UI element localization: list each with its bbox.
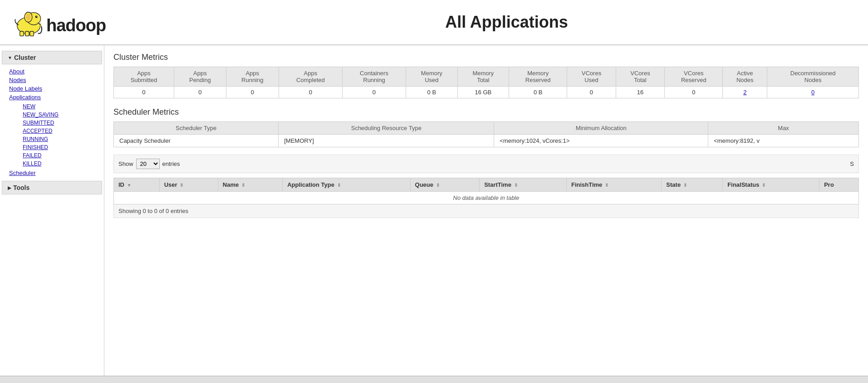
col-final-status[interactable]: FinalStatus ⇕ — [723, 178, 819, 192]
scheduler-metrics-table: Scheduler Type Scheduling Resource Type … — [113, 121, 859, 147]
sort-icon-start-time: ⇕ — [514, 183, 518, 188]
sidebar-link-new[interactable]: NEW — [23, 102, 81, 111]
col-name[interactable]: Name ⇕ — [218, 178, 282, 192]
val-scheduler-type: Capacity Scheduler — [114, 135, 279, 147]
col-memory-reserved: MemoryReserved — [509, 67, 567, 87]
col-memory-used: MemoryUsed — [406, 67, 458, 87]
sidebar-link-failed[interactable]: FAILED — [23, 151, 81, 160]
col-finish-time[interactable]: FinishTime ⇕ — [566, 178, 661, 192]
col-minimum-allocation: Minimum Allocation — [494, 122, 708, 135]
svg-text:hadoop: hadoop — [46, 16, 106, 35]
bottom-scrollbar[interactable] — [0, 376, 868, 383]
sidebar-link-killed[interactable]: KILLED — [23, 160, 81, 168]
sort-icon-final-status: ⇕ — [762, 183, 765, 188]
col-id[interactable]: ID ▼ — [114, 178, 160, 192]
val-max-allocation: <memory:8192, v — [708, 135, 859, 147]
showing-text: Showing 0 to 0 of 0 entries — [113, 204, 859, 218]
svg-point-3 — [36, 16, 37, 17]
val-apps-completed: 0 — [279, 87, 342, 98]
sidebar-link-about[interactable]: About — [9, 67, 95, 76]
sidebar-link-finished[interactable]: FINISHED — [23, 143, 81, 151]
page-title-area: All Applications — [154, 13, 859, 32]
cluster-metrics-table: AppsSubmitted AppsPending AppsRunning Ap… — [113, 67, 859, 98]
sidebar-link-applications[interactable]: Applications — [9, 93, 95, 102]
col-start-time[interactable]: StartTime ⇕ — [480, 178, 567, 192]
applications-table: ID ▼ User ⇕ Name ⇕ Application Type ⇕ Qu… — [113, 178, 859, 204]
col-scheduler-type: Scheduler Type — [114, 122, 279, 135]
cluster-metrics-title: Cluster Metrics — [113, 53, 859, 62]
sidebar-link-submitted[interactable]: SUBMITTED — [23, 119, 81, 127]
svg-point-2 — [35, 15, 38, 18]
col-state[interactable]: State ⇕ — [662, 178, 723, 192]
search-label: S — [850, 160, 854, 167]
col-apps-submitted: AppsSubmitted — [114, 67, 174, 87]
val-memory-total: 16 GB — [457, 87, 509, 98]
col-pro[interactable]: Pro — [819, 178, 859, 192]
val-active-nodes: 2 — [723, 87, 767, 98]
cluster-metrics-data-row: 0 0 0 0 0 0 B 16 GB 0 B 0 16 0 2 0 — [114, 87, 859, 98]
sort-icon-name: ⇕ — [241, 183, 245, 188]
main-layout: ▼ Cluster About Nodes Node Labels Applic… — [0, 45, 868, 383]
val-memory-used: 0 B — [406, 87, 458, 98]
cluster-arrow: ▼ — [8, 55, 12, 60]
val-vcores-reserved: 0 — [665, 87, 723, 98]
col-user[interactable]: User ⇕ — [159, 178, 218, 192]
entries-select[interactable]: 10 20 50 100 — [136, 159, 160, 169]
val-vcores-total: 16 — [616, 87, 665, 98]
decommissioned-nodes-link[interactable]: 0 — [811, 89, 814, 96]
sidebar-tools-label: Tools — [13, 184, 29, 191]
search-area: S — [850, 160, 854, 167]
col-active-nodes: ActiveNodes — [723, 67, 767, 87]
col-scheduling-resource-type: Scheduling Resource Type — [279, 122, 494, 135]
col-vcores-used: VCoresUsed — [567, 67, 616, 87]
sidebar-link-new-saving[interactable]: NEW_SAVING — [23, 111, 81, 119]
col-apps-running: AppsRunning — [226, 67, 279, 87]
sidebar-tools-section: ▶ Tools — [0, 181, 104, 194]
no-data-row: No data available in table — [114, 192, 859, 204]
sort-icon-finish-time: ⇕ — [605, 183, 608, 188]
val-apps-pending: 0 — [174, 87, 226, 98]
svg-rect-6 — [20, 31, 24, 36]
sidebar-link-node-labels[interactable]: Node Labels — [9, 84, 95, 93]
val-vcores-used: 0 — [567, 87, 616, 98]
logo-area: hadoop — [9, 4, 154, 40]
sort-icon-id: ▼ — [127, 183, 132, 188]
no-data-cell: No data available in table — [114, 192, 859, 204]
val-apps-submitted: 0 — [114, 87, 174, 98]
page-title: All Applications — [154, 13, 859, 32]
col-max-allocation: Max — [708, 122, 859, 135]
sidebar-link-nodes[interactable]: Nodes — [9, 76, 95, 84]
sidebar-link-accepted[interactable]: ACCEPTED — [23, 127, 81, 135]
val-apps-running: 0 — [226, 87, 279, 98]
col-memory-total: MemoryTotal — [457, 67, 509, 87]
sidebar-tools-header[interactable]: ▶ Tools — [2, 181, 102, 194]
col-application-type[interactable]: Application Type ⇕ — [283, 178, 410, 192]
sidebar-sub-links: NEW NEW_SAVING SUBMITTED ACCEPTED RUNNIN… — [9, 102, 95, 169]
scheduler-metrics-data-row: Capacity Scheduler [MEMORY] <memory:1024… — [114, 135, 859, 147]
col-apps-completed: AppsCompleted — [279, 67, 342, 87]
show-entries-row: Show 10 20 50 100 entries S — [113, 155, 859, 173]
apps-table-header-row: ID ▼ User ⇕ Name ⇕ Application Type ⇕ Qu… — [114, 178, 859, 192]
val-minimum-allocation: <memory:1024, vCores:1> — [494, 135, 708, 147]
col-vcores-total: VCoresTotal — [616, 67, 665, 87]
show-label: Show — [118, 160, 133, 167]
sort-icon-queue: ⇕ — [436, 183, 440, 188]
hadoop-logo: hadoop — [9, 4, 145, 40]
cluster-metrics-header-row: AppsSubmitted AppsPending AppsRunning Ap… — [114, 67, 859, 87]
sidebar-link-running[interactable]: RUNNING — [23, 135, 81, 143]
sidebar-cluster-header[interactable]: ▼ Cluster — [2, 51, 102, 64]
col-containers-running: ContainersRunning — [342, 67, 406, 87]
sidebar-link-scheduler[interactable]: Scheduler — [9, 169, 95, 177]
sidebar: ▼ Cluster About Nodes Node Labels Applic… — [0, 45, 104, 383]
tools-arrow: ▶ — [8, 185, 11, 190]
svg-rect-7 — [25, 31, 29, 36]
sort-icon-user: ⇕ — [180, 183, 183, 188]
sort-icon-app-type: ⇕ — [337, 183, 341, 188]
val-decommissioned-nodes: 0 — [767, 87, 859, 98]
entries-label: entries — [162, 160, 180, 167]
val-memory-reserved: 0 B — [509, 87, 567, 98]
val-scheduling-resource-type: [MEMORY] — [279, 135, 494, 147]
col-queue[interactable]: Queue ⇕ — [410, 178, 480, 192]
active-nodes-link[interactable]: 2 — [743, 89, 746, 96]
col-decommissioned-nodes: DecommissionedNodes — [767, 67, 859, 87]
